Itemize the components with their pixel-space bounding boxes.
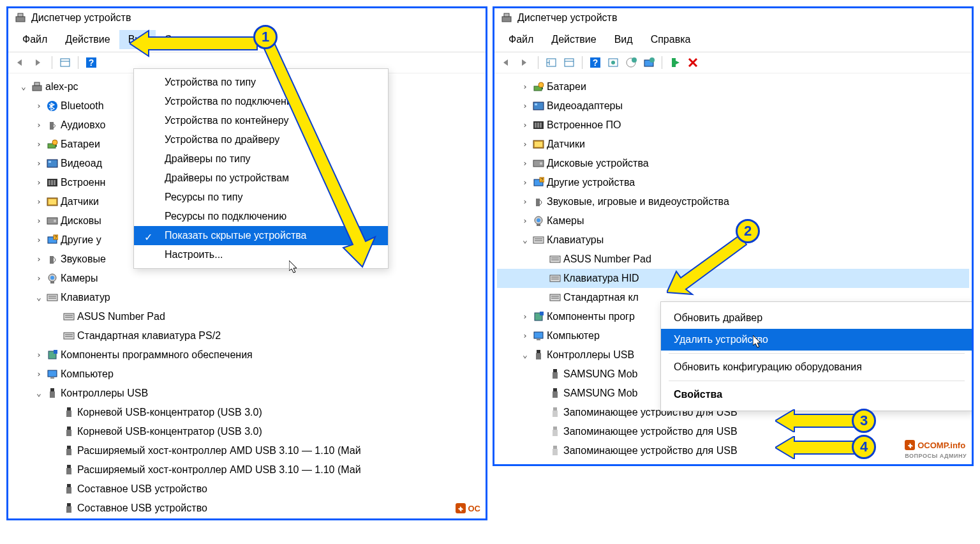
tree-node[interactable]: › ? Другие устройства — [497, 173, 969, 192]
node-label: Батареи — [547, 78, 586, 96]
view-menu-item[interactable]: Драйверы по устройствам — [134, 169, 388, 188]
tree-node[interactable]: Запоминающее устройство для USB — [497, 441, 969, 460]
tree-node[interactable]: Запоминающее устройство для USB — [497, 422, 969, 441]
expand-icon[interactable]: › — [34, 156, 44, 171]
expand-icon[interactable]: › — [520, 99, 530, 114]
node-label: Дисковы — [61, 212, 101, 230]
tool-btn[interactable] — [623, 55, 639, 70]
help-button[interactable]: ? — [84, 55, 99, 70]
view-menu-item[interactable]: Устройства по подключению — [134, 92, 388, 111]
menu-view[interactable]: Вид — [605, 30, 642, 49]
expand-icon[interactable]: › — [34, 348, 44, 363]
view-menu-item[interactable]: ✓Показать скрытые устройства — [134, 226, 388, 245]
tool-btn[interactable] — [605, 55, 621, 70]
view-menu-item[interactable]: Настроить... — [134, 245, 388, 264]
menu-file[interactable]: Файл — [13, 30, 56, 49]
tree-node[interactable]: ASUS Number Pad — [497, 250, 969, 269]
svg-rect-62 — [565, 59, 574, 66]
expand-icon[interactable]: › — [520, 176, 530, 190]
tool-btn[interactable] — [561, 55, 577, 70]
expand-icon[interactable]: › — [34, 214, 44, 229]
tree-node-keyboards[interactable]: ⌄ Клавиатуры — [497, 230, 969, 250]
ctx-properties[interactable]: Свойства — [661, 384, 972, 405]
tree-node[interactable]: Корневой USB-концентратор (USB 3.0) — [11, 422, 483, 441]
tree-node[interactable]: › Датчики — [497, 135, 969, 154]
expand-icon[interactable]: › — [520, 156, 530, 171]
expand-icon[interactable]: › — [520, 118, 530, 133]
tree-node[interactable]: Составное USB устройство — [11, 480, 483, 499]
collapse-icon[interactable]: ⌄ — [520, 233, 530, 248]
view-menu-item[interactable]: Устройства по типу — [134, 73, 388, 92]
expand-icon[interactable]: › — [520, 214, 530, 229]
tree-node[interactable]: › Видеоадаптеры — [497, 96, 969, 116]
expand-icon[interactable]: › — [34, 99, 44, 114]
menu-help[interactable]: Справка — [642, 30, 700, 49]
tree-node-usb[interactable]: ⌄ Контроллеры USB — [11, 384, 483, 403]
expand-icon[interactable]: › — [34, 118, 44, 133]
collapse-icon[interactable]: ⌄ — [19, 80, 29, 94]
usb-icon — [63, 407, 75, 418]
svg-rect-18 — [54, 180, 56, 185]
menu-help[interactable]: Справка — [156, 30, 214, 49]
tree-node[interactable]: › Камеры — [497, 211, 969, 230]
uninstall-button[interactable] — [685, 55, 701, 70]
tool-btn[interactable] — [544, 55, 559, 70]
tree-node[interactable]: › Звуковые, игровые и видеоустройства — [497, 192, 969, 211]
ctx-uninstall-device[interactable]: Удалить устройство — [661, 329, 972, 351]
tree-node[interactable]: › Батареи — [497, 77, 969, 96]
tree-node[interactable]: Расширяемый хост-контроллер AMD USB 3.10… — [11, 460, 483, 480]
menu-action[interactable]: Действие — [542, 30, 605, 49]
tree-node[interactable]: › Дисковые устройства — [497, 154, 969, 173]
tree-node[interactable]: Составное USB устройство — [11, 499, 483, 518]
tree-node[interactable]: Расширяемый хост-контроллер AMD USB 3.10… — [11, 441, 483, 460]
menu-action[interactable]: Действие — [56, 30, 119, 49]
expand-icon[interactable]: › — [34, 367, 44, 382]
view-menu-item[interactable]: Драйверы по типу — [134, 149, 388, 169]
expand-icon[interactable]: › — [520, 137, 530, 152]
ctx-scan-hardware[interactable]: Обновить конфигурацию оборудования — [661, 356, 972, 378]
view-menu-item[interactable]: Ресурсы по типу — [134, 188, 388, 207]
expand-icon[interactable]: › — [520, 329, 530, 344]
collapse-icon[interactable]: ⌄ — [520, 348, 530, 363]
svg-rect-42 — [50, 377, 54, 379]
expand-icon[interactable]: › — [34, 271, 44, 286]
tree-node[interactable]: Корневой USB-концентратор (USB 3.0) — [11, 403, 483, 422]
svg-point-28 — [50, 276, 54, 280]
back-button[interactable] — [500, 55, 515, 70]
forward-button[interactable] — [31, 55, 47, 70]
ctx-update-driver[interactable]: Обновить драйвер — [661, 307, 972, 329]
expand-icon[interactable]: › — [34, 233, 44, 248]
svg-rect-113 — [553, 388, 557, 391]
properties-button[interactable] — [57, 55, 73, 70]
menu-view[interactable]: Вид — [119, 30, 156, 49]
tree-node[interactable]: › Встроенное ПО — [497, 116, 969, 135]
help-button[interactable]: ? — [588, 55, 603, 70]
collapse-icon[interactable]: ⌄ — [34, 386, 44, 401]
tree-node-software[interactable]: › Компоненты программного обеспечения — [11, 345, 483, 365]
back-button[interactable] — [13, 55, 29, 70]
view-menu-item[interactable]: Ресурсы по подключению — [134, 207, 388, 226]
expand-icon[interactable]: › — [34, 137, 44, 152]
view-menu-item[interactable]: Устройства по контейнеру — [134, 111, 388, 130]
expand-icon[interactable]: › — [34, 195, 44, 209]
tree-node[interactable]: Стандартная клавиатура PS/2 — [11, 326, 483, 345]
tree-node-computer[interactable]: › Компьютер — [11, 365, 483, 384]
expand-icon[interactable]: › — [34, 252, 44, 267]
bluetooth-icon — [47, 100, 58, 112]
expand-icon[interactable]: › — [520, 310, 530, 324]
expand-icon[interactable]: › — [520, 80, 530, 94]
collapse-icon[interactable]: ⌄ — [34, 291, 44, 305]
tool-btn[interactable] — [667, 55, 683, 70]
tree-node[interactable]: ASUS Number Pad — [11, 307, 483, 326]
tree-node-keyboards[interactable]: ⌄ Клавиатур — [11, 288, 483, 307]
scan-hardware-button[interactable] — [641, 55, 657, 70]
view-menu-item[interactable]: Устройства по драйверу — [134, 130, 388, 149]
forward-button[interactable] — [517, 55, 533, 70]
tree-node[interactable]: Клавиатура HID — [497, 269, 969, 288]
svg-point-22 — [54, 220, 56, 222]
expand-icon[interactable]: › — [520, 195, 530, 209]
expand-icon[interactable]: › — [34, 176, 44, 190]
tree-node[interactable]: › Камеры — [11, 269, 483, 288]
menu-file[interactable]: Файл — [500, 30, 542, 49]
svg-rect-49 — [67, 446, 71, 449]
